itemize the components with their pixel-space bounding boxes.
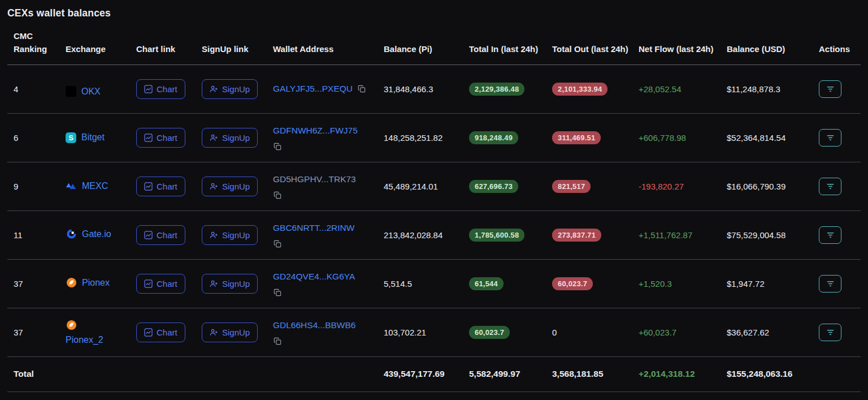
filter-actions-button[interactable] (819, 226, 841, 244)
exchange-name: Gate.io (82, 229, 111, 239)
cmc-ranking-value: 4 (7, 64, 66, 113)
header-net-flow: Net Flow (last 24h) (639, 25, 727, 64)
header-cmc-ranking: CMC Ranking (7, 25, 66, 64)
balance-usd-value: $1,947.72 (727, 259, 819, 308)
bitget-icon: S (66, 132, 76, 143)
wallet-address: GBC6NRTT...2RINW (273, 222, 378, 248)
copy-icon[interactable] (358, 85, 366, 93)
signup-button-label: SignUp (222, 84, 250, 94)
chart-button-label: Chart (157, 84, 177, 94)
wallet-address-link[interactable]: GD5HGPHV...TRK73 (273, 174, 356, 184)
chart-button[interactable]: Chart (136, 177, 185, 196)
person-add-icon (210, 134, 218, 142)
net-flow-value: +60,023.7 (639, 328, 676, 337)
signup-button[interactable]: SignUp (202, 225, 258, 245)
exchange-link[interactable]: Pionex_2 (66, 319, 103, 345)
signup-button[interactable]: SignUp (202, 322, 258, 342)
header-balance-pi: Balance (Pi) (384, 25, 469, 64)
total-out-badge: 311,469.51 (552, 131, 601, 144)
total-row: Total 439,547,177.69 5,582,499.97 3,568,… (7, 356, 861, 392)
balance-pi-value: 213,842,028.84 (384, 210, 469, 259)
person-add-icon (210, 328, 218, 337)
total-out-badge: 60,023.7 (552, 277, 593, 290)
signup-button-label: SignUp (222, 133, 250, 143)
chart-icon (144, 279, 153, 288)
total-in-badge: 61,544 (469, 277, 504, 290)
filter-actions-button[interactable] (819, 324, 841, 341)
gateio-icon (66, 229, 77, 240)
wallet-address-link[interactable]: GDL66HS4...BBWB6 (273, 320, 355, 330)
wallet-address-link[interactable]: GD24QVE4...KG6YA (273, 272, 355, 281)
exchange-name: Pionex_2 (66, 335, 103, 345)
copy-icon[interactable] (274, 289, 281, 296)
balance-usd-value: $16,066,790.39 (727, 162, 819, 210)
chart-button[interactable]: Chart (136, 274, 185, 294)
chart-button-label: Chart (157, 230, 177, 240)
mexc-icon (66, 180, 77, 192)
balance-pi-value: 45,489,214.01 (384, 162, 469, 210)
total-out-badge: 2,101,333.94 (552, 83, 607, 96)
table-row: 4 OKX Chart SignUp (7, 64, 861, 113)
total-in-badge: 60,023.7 (469, 326, 510, 339)
cmc-ranking-value: 6 (7, 113, 66, 162)
chart-button-label: Chart (157, 133, 177, 143)
pionex-icon (66, 319, 77, 330)
header-row: CMC Ranking Exchange Chart link SignUp l… (7, 25, 861, 64)
total-in-badge: 2,129,386.48 (469, 83, 524, 96)
filter-actions-button[interactable] (819, 275, 841, 293)
wallet-address: GD24QVE4...KG6YA (273, 270, 378, 297)
balance-pi-value: 148,258,251.82 (384, 113, 469, 162)
copy-icon[interactable] (274, 191, 281, 199)
exchange-link[interactable]: Pionex (66, 277, 110, 289)
signup-button[interactable]: SignUp (202, 128, 258, 148)
exchange-name: OKX (81, 87, 101, 97)
copy-icon[interactable] (274, 337, 281, 345)
exchange-link[interactable]: OKX (66, 86, 101, 97)
exchange-link[interactable]: S Bitget (66, 132, 105, 143)
cmc-ranking-value: 37 (7, 308, 66, 356)
net-flow-value: +606,778.98 (639, 133, 686, 143)
table-row: 37 Pionex_2 Chart SignUp (7, 308, 861, 356)
total-in-badge: 1,785,600.58 (469, 229, 524, 242)
exchange-name: Pionex (82, 278, 110, 288)
filter-icon (826, 182, 835, 191)
header-total-out: Total Out (last 24h) (552, 25, 639, 64)
copy-icon[interactable] (274, 240, 281, 248)
filter-icon (826, 328, 835, 337)
total-balance-pi: 439,547,177.69 (384, 356, 469, 392)
total-out-badge: 273,837.71 (552, 229, 601, 242)
chart-icon (144, 231, 153, 239)
exchange-link[interactable]: Gate.io (66, 229, 111, 240)
copy-icon[interactable] (274, 143, 281, 150)
filter-actions-button[interactable] (819, 80, 841, 98)
signup-button[interactable]: SignUp (202, 79, 258, 99)
wallet-address-link[interactable]: GDFNWH6Z...FWJ75 (273, 126, 358, 135)
signup-button[interactable]: SignUp (202, 177, 258, 196)
table-row: 11 Gate.io Chart SignUp (7, 210, 861, 259)
chart-button[interactable]: Chart (136, 322, 185, 342)
table-row: 9 MEXC Chart SignUp (7, 162, 861, 210)
person-add-icon (210, 231, 218, 239)
total-out: 3,568,181.85 (552, 356, 639, 392)
chart-button-label: Chart (157, 182, 177, 191)
chart-button-label: Chart (157, 279, 177, 289)
wallet-address-link[interactable]: GALYJFJ5...PXEQU (273, 84, 353, 93)
signup-button[interactable]: SignUp (202, 274, 258, 294)
wallet-address-link[interactable]: GBC6NRTT...2RINW (273, 223, 354, 233)
filter-actions-button[interactable] (819, 129, 841, 147)
pionex-icon (66, 277, 77, 289)
header-exchange: Exchange (66, 25, 136, 64)
exchange-link[interactable]: MEXC (66, 180, 108, 192)
balance-pi-value: 103,702.21 (384, 308, 469, 356)
filter-actions-button[interactable] (819, 178, 841, 195)
chart-button[interactable]: Chart (136, 79, 185, 99)
chart-button-label: Chart (157, 328, 177, 337)
person-add-icon (210, 182, 218, 191)
balance-usd-value: $52,364,814.54 (727, 113, 819, 162)
chart-button[interactable]: Chart (136, 128, 185, 148)
exchange-name: MEXC (82, 181, 108, 191)
wallet-address: GDFNWH6Z...FWJ75 (273, 124, 378, 151)
net-flow-value: +28,052.54 (639, 84, 682, 94)
chart-icon (144, 85, 153, 93)
chart-button[interactable]: Chart (136, 225, 185, 245)
